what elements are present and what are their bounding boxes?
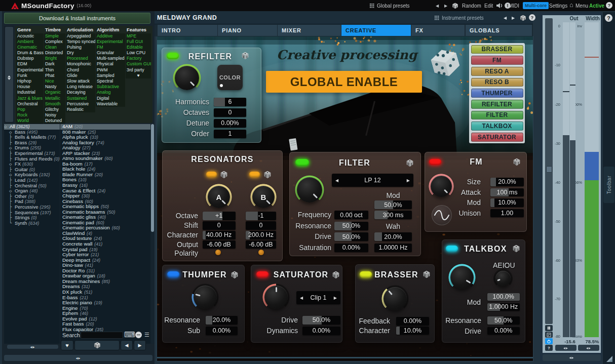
combo-next-icon[interactable]: ▶ xyxy=(334,296,337,300)
preset-item[interactable]: Brassy(16) xyxy=(60,183,150,188)
value-box[interactable]: 0.00% xyxy=(302,327,340,335)
preset-item[interactable]: DX pluck(51) xyxy=(60,290,150,295)
dice-icon[interactable] xyxy=(422,270,431,278)
meter-help-button[interactable]: ? xyxy=(545,345,553,351)
meter-settings-button[interactable] xyxy=(545,332,553,338)
preset-item[interactable]: Concrete wall(41) xyxy=(60,241,150,247)
value-box[interactable]: 100 ms xyxy=(490,188,524,197)
preset-item[interactable]: 4AM(20) xyxy=(60,124,150,130)
dice-icon[interactable] xyxy=(520,15,526,21)
favorite-button[interactable]: ♥ xyxy=(61,340,73,350)
tag-item[interactable]: Sampled xyxy=(96,73,125,78)
preset-list-scrollbar[interactable] xyxy=(150,124,155,344)
meter-hscrollbar-right[interactable]: ◂▸ xyxy=(578,345,599,351)
resonator-a-led[interactable] xyxy=(206,172,217,177)
instrument-help-icon[interactable]: ? xyxy=(529,14,535,21)
aeiou-knob[interactable] xyxy=(495,271,511,286)
polarity-a-dot[interactable] xyxy=(215,250,221,255)
stack-brasser-button[interactable]: BRASSER xyxy=(471,45,523,54)
tag-item[interactable]: MPE xyxy=(126,33,151,39)
tag-item[interactable]: Processed xyxy=(66,56,95,61)
tag-item[interactable]: Acoustic xyxy=(16,33,44,39)
tree-item[interactable]: ◇Keyboards(192) xyxy=(4,172,60,178)
tag-item[interactable]: Cinematic xyxy=(16,45,44,50)
dice-wrap[interactable] xyxy=(332,271,340,279)
tag-item[interactable]: Thin xyxy=(44,67,65,73)
dice-icon[interactable] xyxy=(332,271,340,279)
tag-item[interactable]: Jazz & blues xyxy=(16,96,44,101)
tag-item[interactable]: Nasty xyxy=(44,84,65,90)
next-preset-button[interactable]: ▶ xyxy=(134,340,146,350)
tag-item[interactable]: Multi-sampled xyxy=(96,56,125,61)
global-presets-button[interactable]: Global presets xyxy=(370,0,409,11)
tag-item[interactable]: Additive xyxy=(96,33,125,39)
tag-item[interactable]: Noisy xyxy=(44,112,65,118)
tag-item[interactable]: Wavetable xyxy=(96,101,125,107)
dice-wrap[interactable] xyxy=(513,158,521,166)
scrollbar-thumb[interactable] xyxy=(151,124,154,232)
tab-globals[interactable]: GLOBALS xyxy=(466,25,532,36)
tag-item[interactable]: Clean xyxy=(44,45,65,50)
value-box[interactable]: 50.0% xyxy=(487,316,520,325)
dice-wrap[interactable] xyxy=(263,171,272,179)
tag-item[interactable]: Tempo synced xyxy=(66,39,95,45)
tree-item[interactable]: ├Percussive(295) xyxy=(4,205,60,210)
tab-intro[interactable]: INTRO xyxy=(158,25,217,36)
saturator-knob[interactable] xyxy=(264,286,288,309)
tag-item[interactable]: Editable xyxy=(126,45,151,50)
tag-item[interactable]: Percussive xyxy=(66,101,95,107)
browser-bottom-scrollbar[interactable]: ◂▸ xyxy=(4,355,152,361)
tag-item[interactable]: Decaying xyxy=(66,90,95,95)
value-box[interactable]: -6.00 dB xyxy=(246,240,276,249)
tag-item[interactable]: Granular xyxy=(96,50,125,56)
instrument-presets-button[interactable]: Instrument presets xyxy=(435,11,484,24)
tag-item[interactable]: Slow attack xyxy=(66,78,95,84)
stack-fm-button[interactable]: FM xyxy=(471,56,523,65)
tag-item[interactable]: Dubstep xyxy=(16,56,44,61)
tag-item[interactable]: Analog xyxy=(96,90,125,95)
thumper-knob[interactable] xyxy=(194,286,217,309)
random-dice-button[interactable] xyxy=(452,0,458,11)
stack-reso-a-button[interactable]: RESO A xyxy=(471,67,523,76)
toolbar-tab[interactable]: Toolbar xyxy=(603,167,614,203)
tag-item[interactable]: Simple xyxy=(44,33,65,39)
random-button[interactable]: Random xyxy=(462,0,481,11)
tag-item[interactable]: Distorted xyxy=(44,50,65,56)
speaker-icon[interactable] xyxy=(496,3,503,9)
tag-item[interactable]: Ambient xyxy=(16,39,44,45)
tag-item[interactable]: Realistic xyxy=(66,107,95,112)
value-box[interactable]: 0.00% xyxy=(396,317,429,326)
instr-next-icon[interactable]: ▶ xyxy=(512,11,515,24)
dice-icon[interactable] xyxy=(513,158,521,166)
value-box[interactable]: 20.0% xyxy=(206,316,238,325)
tag-item[interactable]: Smooth xyxy=(44,101,65,107)
filter-knob[interactable] xyxy=(297,177,322,203)
scrollbar-thumb[interactable] xyxy=(5,27,13,122)
tag-item[interactable]: House xyxy=(16,84,44,90)
help-icon[interactable]: ? xyxy=(606,2,612,9)
meter-hscrollbar-left[interactable]: ◂▸ xyxy=(555,345,576,351)
preset-next-icon[interactable]: ▶ xyxy=(444,0,447,11)
edit-button[interactable]: Edit xyxy=(484,0,493,11)
tag-item[interactable]: Bright xyxy=(44,56,65,61)
tag-item[interactable]: Pop xyxy=(16,107,44,112)
dice-wrap[interactable] xyxy=(230,271,239,279)
multicore-button[interactable]: Multi-core xyxy=(523,2,549,9)
value-box[interactable]: 0 xyxy=(246,221,276,230)
dice-icon[interactable] xyxy=(512,245,520,253)
toolbar-help-icon[interactable]: ? xyxy=(605,14,612,22)
tag-item[interactable]: Complex xyxy=(44,39,65,45)
brasser-led[interactable] xyxy=(360,271,372,277)
value-box[interactable]: 0.00 oct xyxy=(334,211,368,219)
resize-handle[interactable] xyxy=(606,355,613,362)
tag-item[interactable]: FM xyxy=(96,45,125,50)
tag-item[interactable]: Glitchy xyxy=(44,107,65,112)
tag-item[interactable]: Detuned xyxy=(44,118,65,124)
tag-item[interactable]: Pulsing xyxy=(66,45,95,50)
value-box[interactable]: 1.00 xyxy=(490,209,524,218)
tag-item[interactable]: Low CPU xyxy=(126,50,151,56)
filter-type-combo[interactable]: ◀LP 12▶ xyxy=(332,174,413,187)
tag-item[interactable]: Monophonic xyxy=(66,61,95,67)
tab-piano[interactable]: PIANO xyxy=(218,25,277,36)
dice-wrap[interactable] xyxy=(422,270,431,278)
